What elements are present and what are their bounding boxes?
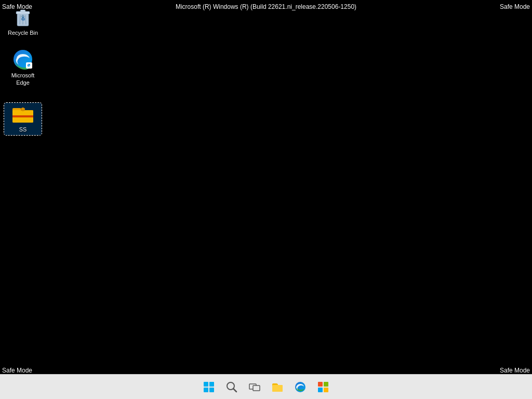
edge-taskbar-button[interactable] <box>290 377 311 397</box>
ss-folder-label: SS <box>19 126 27 133</box>
store-icon <box>317 381 329 393</box>
start-icon <box>203 381 215 393</box>
svg-rect-24 <box>272 385 283 392</box>
edge-icon-svg <box>12 49 33 70</box>
search-button[interactable] <box>221 377 242 397</box>
recycle-bin-icon-desktop[interactable]: ♻ Recycle Bin <box>4 4 42 38</box>
search-icon <box>226 381 237 393</box>
svg-rect-28 <box>318 388 323 392</box>
svg-line-21 <box>233 389 236 392</box>
svg-text:♻: ♻ <box>21 16 25 22</box>
edge-label: Microsoft Edge <box>11 72 35 87</box>
svg-rect-23 <box>253 385 260 391</box>
file-explorer-button[interactable] <box>267 377 288 397</box>
microsoft-edge-icon-desktop[interactable]: Microsoft Edge <box>4 47 42 89</box>
recycle-bin-label: Recycle Bin <box>8 29 38 36</box>
svg-rect-17 <box>209 382 214 387</box>
svg-rect-27 <box>324 382 328 387</box>
svg-rect-16 <box>204 382 208 387</box>
safe-mode-bottom-right: Safe Mode <box>500 367 530 374</box>
taskbar <box>0 374 532 399</box>
svg-rect-19 <box>209 388 214 392</box>
task-view-button[interactable] <box>244 377 265 397</box>
store-button[interactable] <box>313 377 334 397</box>
svg-rect-15 <box>12 115 33 117</box>
svg-rect-18 <box>204 388 208 392</box>
svg-rect-2 <box>20 10 25 12</box>
start-button[interactable] <box>198 377 219 397</box>
ss-folder-svg <box>11 105 34 124</box>
ss-folder-icon-desktop[interactable]: SS <box>4 103 42 135</box>
edge-taskbar-icon <box>295 381 306 393</box>
safe-mode-bottom-left: Safe Mode <box>2 367 32 374</box>
build-info-text: Microsoft (R) Windows (R) (Build 22621.n… <box>0 3 532 10</box>
svg-rect-29 <box>324 388 328 392</box>
task-view-icon <box>249 381 260 393</box>
svg-rect-26 <box>318 382 323 387</box>
recycle-bin-svg: ♻ <box>12 6 33 27</box>
svg-rect-14 <box>22 108 24 111</box>
file-explorer-icon <box>272 381 283 393</box>
